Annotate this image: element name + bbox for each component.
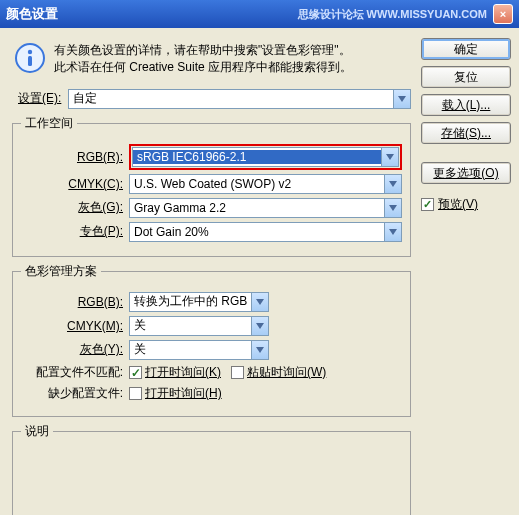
info-area: 有关颜色设置的详情，请在帮助中搜索"设置色彩管理"。 此术语在任何 Creati… xyxy=(8,36,415,87)
policy-gray-row: 灰色(Y): 关 xyxy=(21,340,402,360)
save-button[interactable]: 存储(S)... xyxy=(421,122,511,144)
spot-select[interactable]: Dot Gain 20% xyxy=(129,222,402,242)
info-line1: 有关颜色设置的详情，请在帮助中搜索"设置色彩管理"。 xyxy=(54,42,352,59)
left-panel: 有关颜色设置的详情，请在帮助中搜索"设置色彩管理"。 此术语在任何 Creati… xyxy=(8,36,415,515)
dialog-body: 有关颜色设置的详情，请在帮助中搜索"设置色彩管理"。 此术语在任何 Creati… xyxy=(0,28,519,515)
info-icon xyxy=(14,42,46,74)
rgb-select[interactable]: sRGB IEC61966-2.1 xyxy=(132,147,399,167)
load-button[interactable]: 载入(L)... xyxy=(421,94,511,116)
svg-rect-2 xyxy=(28,56,32,66)
titlebar: 颜色设置 思缘设计论坛 WWW.MISSYUAN.COM × xyxy=(0,0,519,28)
info-line2: 此术语在任何 Creative Suite 应用程序中都能搜索得到。 xyxy=(54,59,352,76)
missing-open-check[interactable]: 打开时询问(H) xyxy=(129,385,222,402)
settings-value: 自定 xyxy=(69,90,393,107)
preview-label: 预览(V) xyxy=(438,196,478,213)
policy-cmyk-select[interactable]: 关 xyxy=(129,316,269,336)
chevron-down-icon xyxy=(384,223,401,241)
more-options-button[interactable]: 更多选项(O) xyxy=(421,162,511,184)
window-controls: × xyxy=(493,4,513,24)
cmyk-row: CMYK(C): U.S. Web Coated (SWOP) v2 xyxy=(21,174,402,194)
preview-check[interactable]: ✓ 预览(V) xyxy=(421,196,511,213)
cmyk-label: CMYK(C): xyxy=(21,177,129,191)
rgb-value: sRGB IEC61966-2.1 xyxy=(133,150,381,164)
chevron-down-icon xyxy=(384,199,401,217)
missing-row: 缺少配置文件: 打开时询问(H) xyxy=(21,385,402,402)
spot-value: Dot Gain 20% xyxy=(130,225,384,239)
missing-label: 缺少配置文件: xyxy=(21,385,129,402)
policy-rgb-row: RGB(B): 转换为工作中的 RGB xyxy=(21,292,402,312)
cmyk-select[interactable]: U.S. Web Coated (SWOP) v2 xyxy=(129,174,402,194)
workspace-legend: 工作空间 xyxy=(21,115,77,132)
policy-cmyk-label: CMYK(M): xyxy=(21,319,129,333)
rgb-highlight: sRGB IEC61966-2.1 xyxy=(129,144,402,170)
chevron-down-icon xyxy=(393,90,410,108)
info-text: 有关颜色设置的详情，请在帮助中搜索"设置色彩管理"。 此术语在任何 Creati… xyxy=(54,42,352,77)
policy-rgb-label: RGB(B): xyxy=(21,295,129,309)
gray-select[interactable]: Gray Gamma 2.2 xyxy=(129,198,402,218)
policy-cmyk-row: CMYK(M): 关 xyxy=(21,316,402,336)
settings-select[interactable]: 自定 xyxy=(68,89,411,109)
gray-value: Gray Gamma 2.2 xyxy=(130,201,384,215)
policy-legend: 色彩管理方案 xyxy=(21,263,101,280)
chevron-down-icon xyxy=(384,175,401,193)
policy-gray-select[interactable]: 关 xyxy=(129,340,269,360)
mismatch-row: 配置文件不匹配: ✓打开时询问(K) 粘贴时询问(W) xyxy=(21,364,402,381)
policy-group: 色彩管理方案 RGB(B): 转换为工作中的 RGB CMYK(M): 关 灰色… xyxy=(12,263,411,417)
rgb-row: RGB(R): sRGB IEC61966-2.1 xyxy=(21,144,402,170)
settings-label: 设置(E): xyxy=(12,90,68,107)
chevron-down-icon xyxy=(251,341,268,359)
policy-rgb-value: 转换为工作中的 RGB xyxy=(130,293,251,310)
rgb-label: RGB(R): xyxy=(21,150,129,164)
gray-label: 灰色(G): xyxy=(21,199,129,216)
mismatch-paste-check[interactable]: 粘贴时询问(W) xyxy=(231,364,326,381)
right-panel: 确定 复位 载入(L)... 存储(S)... 更多选项(O) ✓ 预览(V) xyxy=(421,36,511,515)
svg-point-1 xyxy=(28,50,32,54)
policy-gray-value: 关 xyxy=(130,341,251,358)
watermark-text: 思缘设计论坛 WWW.MISSYUAN.COM xyxy=(298,7,487,22)
mismatch-label: 配置文件不匹配: xyxy=(21,364,129,381)
policy-gray-label: 灰色(Y): xyxy=(21,341,129,358)
close-icon[interactable]: × xyxy=(493,4,513,24)
gray-row: 灰色(G): Gray Gamma 2.2 xyxy=(21,198,402,218)
policy-rgb-select[interactable]: 转换为工作中的 RGB xyxy=(129,292,269,312)
description-legend: 说明 xyxy=(21,423,53,440)
mismatch-open-check[interactable]: ✓打开时询问(K) xyxy=(129,364,221,381)
description-group: 说明 xyxy=(12,423,411,515)
spot-row: 专色(P): Dot Gain 20% xyxy=(21,222,402,242)
chevron-down-icon xyxy=(381,148,398,166)
chevron-down-icon xyxy=(251,317,268,335)
chevron-down-icon xyxy=(251,293,268,311)
workspace-group: 工作空间 RGB(R): sRGB IEC61966-2.1 CMYK(C): … xyxy=(12,115,411,257)
settings-row: 设置(E): 自定 xyxy=(12,89,411,109)
ok-button[interactable]: 确定 xyxy=(421,38,511,60)
checkbox-icon: ✓ xyxy=(421,198,434,211)
policy-cmyk-value: 关 xyxy=(130,317,251,334)
window-title: 颜色设置 xyxy=(6,5,298,23)
cmyk-value: U.S. Web Coated (SWOP) v2 xyxy=(130,177,384,191)
spot-label: 专色(P): xyxy=(21,223,129,240)
reset-button[interactable]: 复位 xyxy=(421,66,511,88)
